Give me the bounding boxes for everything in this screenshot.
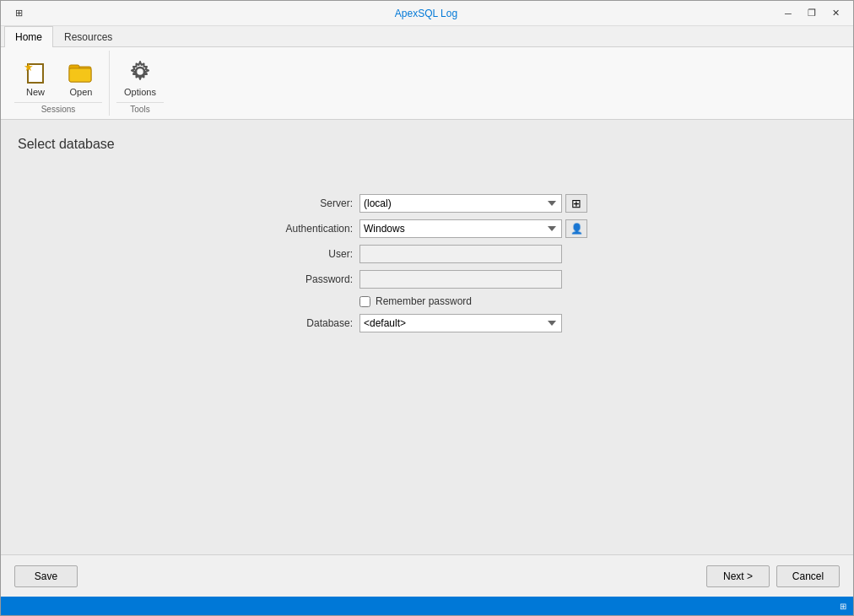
open-icon — [68, 58, 95, 85]
server-browse-icon: ⊞ — [571, 197, 581, 210]
layout-icon: ⊞ — [15, 8, 23, 19]
bottom-left-buttons: Save — [14, 565, 78, 587]
status-text: ⊞ — [840, 602, 846, 611]
open-label: Open — [70, 87, 93, 97]
close-icon: ✕ — [832, 8, 840, 19]
status-bar: ⊞ — [1, 597, 853, 615]
remember-password-row: Remember password — [359, 295, 562, 307]
save-button[interactable]: Save — [14, 565, 78, 587]
title-bar: ⊞ ApexSQL Log ─ ❐ ✕ — [1, 1, 853, 26]
remember-password-label: Remember password — [376, 295, 472, 307]
ribbon-group-sessions: ★ New Open — [8, 51, 110, 116]
options-button[interactable]: Options — [116, 54, 164, 101]
svg-text:★: ★ — [24, 61, 34, 73]
open-button[interactable]: Open — [60, 54, 102, 101]
minimize-icon: ─ — [785, 8, 792, 19]
window-controls: ─ ❐ ✕ — [777, 5, 846, 22]
auth-manage-icon: 👤 — [570, 223, 583, 235]
remember-password-checkbox[interactable] — [359, 296, 370, 307]
auth-select[interactable]: Windows SQL Server — [359, 219, 562, 238]
minimize-button[interactable]: ─ — [777, 5, 799, 22]
auth-label: Authentication: — [267, 223, 359, 235]
page-title: Select database — [18, 137, 836, 152]
auth-manage-button[interactable]: 👤 — [565, 219, 587, 238]
password-label: Password: — [267, 273, 359, 285]
window-title: ApexSQL Log — [75, 8, 777, 19]
options-icon — [127, 58, 154, 85]
server-label: Server: — [267, 197, 359, 209]
bottom-right-buttons: Next > Cancel — [706, 565, 840, 587]
database-select[interactable]: <default> — [359, 314, 562, 332]
ribbon-tabs: Home Resources — [1, 26, 853, 47]
close-button[interactable]: ✕ — [824, 5, 846, 22]
new-label: New — [26, 87, 45, 97]
layout-button[interactable]: ⊞ — [8, 5, 30, 22]
new-icon: ★ — [22, 58, 49, 85]
user-label: User: — [267, 248, 359, 260]
tab-home[interactable]: Home — [4, 26, 53, 47]
cancel-button[interactable]: Cancel — [776, 565, 840, 587]
restore-icon: ❐ — [808, 8, 816, 19]
password-input[interactable] — [359, 270, 562, 289]
tools-buttons: Options — [116, 51, 164, 101]
form-area: Server: (local) ⊞ Authentication: Window… — [18, 194, 836, 332]
server-browse-button[interactable]: ⊞ — [565, 194, 587, 213]
bottom-bar: Save Next > Cancel — [1, 554, 853, 597]
ribbon: Home Resources ★ New — [1, 26, 853, 120]
ribbon-content: ★ New Open — [1, 47, 853, 119]
sessions-group-label: Sessions — [14, 102, 102, 116]
ribbon-group-tools: Options Tools — [110, 51, 170, 116]
restore-button[interactable]: ❐ — [801, 5, 823, 22]
main-content: Select database Server: (local) ⊞ Authen… — [1, 120, 853, 554]
tools-group-label: Tools — [116, 102, 164, 116]
new-button[interactable]: ★ New — [14, 54, 57, 101]
database-label: Database: — [267, 317, 359, 329]
server-select[interactable]: (local) — [359, 194, 562, 213]
tab-resources[interactable]: Resources — [53, 26, 123, 47]
form-table: Server: (local) ⊞ Authentication: Window… — [267, 194, 587, 332]
svg-rect-4 — [69, 68, 91, 82]
user-input[interactable] — [359, 245, 562, 263]
next-button[interactable]: Next > — [706, 565, 770, 587]
sessions-buttons: ★ New Open — [14, 51, 102, 101]
options-label: Options — [124, 87, 156, 97]
